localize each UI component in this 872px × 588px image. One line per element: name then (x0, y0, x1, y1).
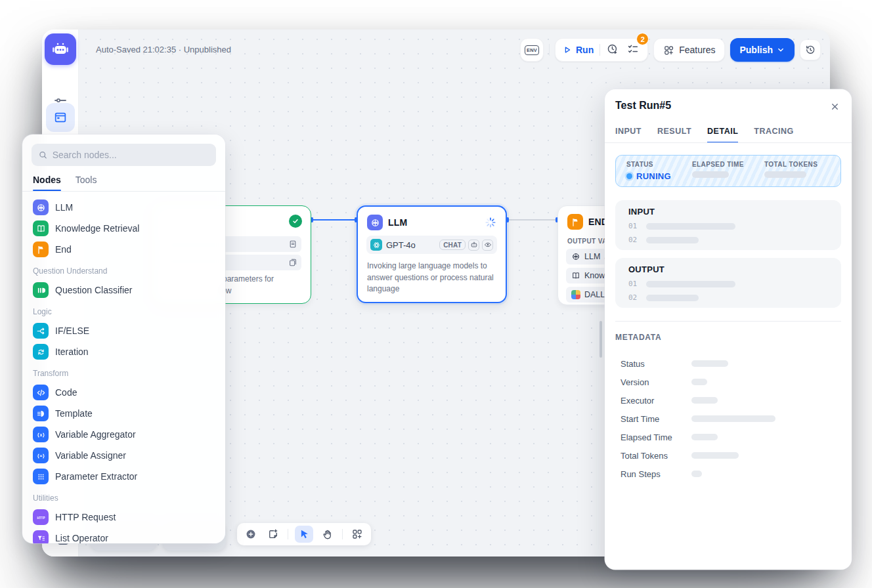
success-check-icon (289, 215, 302, 228)
node-item-icon (33, 427, 49, 442)
note-tool-button[interactable] (265, 526, 281, 542)
history-icon (804, 44, 816, 56)
metadata-label: Total Tokens (621, 451, 691, 461)
features-icon (663, 45, 674, 56)
node-item-question-classifier[interactable]: Question Classifier (32, 280, 216, 301)
workflow-nav-button[interactable] (46, 103, 75, 132)
node-item-list-operator[interactable]: List Operator (32, 528, 216, 543)
eye-icon (484, 241, 492, 249)
metadata-skeleton (691, 471, 702, 477)
checklist-button[interactable]: 2 (626, 43, 641, 57)
metadata-label: Elapsed Time (621, 432, 691, 442)
chat-mode-badge: CHAT (439, 240, 466, 250)
io-line: 01 (628, 280, 828, 288)
node-item-code[interactable]: Code (32, 382, 216, 403)
status-label: STATUS (626, 161, 671, 168)
close-icon (830, 102, 840, 112)
metadata-rows: Status Version Executor Start Time Elaps… (621, 354, 841, 483)
node-item-label: End (55, 244, 72, 255)
run-tab-detail[interactable]: DETAIL (707, 127, 738, 142)
robot-icon (51, 39, 70, 59)
organize-tool-button[interactable] (349, 526, 365, 542)
node-item-label: IF/ELSE (55, 326, 89, 336)
window-icon (53, 110, 68, 125)
search-input[interactable] (53, 150, 209, 160)
run-tab-input[interactable]: INPUT (615, 127, 642, 142)
node-panel-tabs: Nodes Tools (33, 175, 215, 191)
run-tab-tracing[interactable]: TRACING (754, 127, 793, 142)
node-item-end[interactable]: End (32, 239, 216, 260)
node-item-http-request[interactable]: HTTP Request (32, 507, 216, 528)
node-item-knowledge-retrieval[interactable]: Knowledge Retrieval (32, 218, 216, 239)
node-item-icon (33, 509, 49, 525)
node-item-iteration[interactable]: Iteration (32, 341, 216, 362)
edge-llm-to-end (508, 219, 557, 220)
node-item-icon (33, 220, 49, 236)
metadata-skeleton (691, 434, 718, 440)
run-button[interactable]: Run (562, 45, 594, 55)
tab-tools[interactable]: Tools (76, 175, 97, 191)
run-panel-tabs: INPUT RESULT DETAIL TRACING (615, 127, 841, 142)
line-skeleton (646, 223, 735, 230)
model-selector[interactable]: GPT-4o CHAT (366, 236, 497, 254)
io-line: 02 (628, 236, 828, 244)
chatbot-icon (470, 241, 478, 249)
model-name: GPT-4o (386, 240, 416, 250)
node-group-title: Transform (32, 362, 216, 382)
features-button[interactable]: Features (653, 38, 725, 62)
running-dot-icon (626, 173, 632, 179)
metadata-row: Status (621, 354, 841, 373)
app-logo[interactable] (45, 33, 76, 65)
metadata-label: Run Steps (621, 469, 691, 479)
llm-node[interactable]: LLM GPT-4o CHAT Invoking large language … (357, 205, 507, 303)
cursor-tool-button[interactable] (295, 526, 313, 543)
hand-tool-button[interactable] (320, 526, 336, 542)
metadata-skeleton (691, 397, 718, 404)
node-item-variable-aggregator[interactable]: Variable Aggregator (32, 424, 216, 445)
metadata-skeleton (691, 415, 775, 422)
run-history-button[interactable] (606, 43, 621, 57)
publish-button[interactable]: Publish (730, 38, 795, 62)
io-line: 02 (628, 293, 828, 302)
node-item-if-else[interactable]: IF/ELSE (32, 320, 216, 341)
plus-circle-tool-button[interactable] (243, 526, 259, 542)
node-item-llm[interactable]: LLM (32, 197, 216, 218)
tab-nodes[interactable]: Nodes (33, 175, 61, 191)
node-item-label: Variable Aggregator (55, 429, 136, 440)
close-button[interactable] (827, 98, 842, 114)
node-item-icon (33, 385, 49, 400)
variable-icon (571, 290, 580, 299)
elapsed-skeleton (692, 171, 729, 178)
status-card: STATUS RUNING ELAPSED TIME TOTAL TOKENS (615, 155, 841, 187)
total-tokens-label: TOTAL TOKENS (764, 161, 817, 168)
tabs-divider (605, 142, 852, 143)
node-item-parameter-extractor[interactable]: Parameter Extractor (32, 466, 216, 487)
tokens-skeleton (764, 171, 806, 178)
node-item-template[interactable]: Template (32, 403, 216, 424)
node-item-icon (33, 200, 49, 215)
toolbar-divider (342, 529, 343, 539)
chevron-down-icon (776, 45, 785, 54)
features-label: Features (679, 45, 715, 55)
node-item-icon (33, 242, 49, 257)
metadata-label: Executor (621, 396, 691, 406)
metadata-label: Version (621, 377, 691, 387)
node-item-icon (33, 448, 49, 463)
metadata-row: Executor (621, 391, 841, 410)
node-item-label: Parameter Extractor (55, 471, 137, 482)
run-tab-result[interactable]: RESULT (657, 127, 691, 142)
node-item-label: HTTP Request (55, 512, 116, 522)
vision-robot-badge (468, 240, 479, 251)
canvas-scrollbar[interactable] (600, 321, 602, 358)
node-item-label: Code (55, 387, 77, 398)
node-item-variable-assigner[interactable]: Variable Assigner (32, 445, 216, 466)
metadata-row: Version (621, 373, 841, 391)
search-box[interactable] (32, 144, 216, 166)
metadata-skeleton (691, 360, 728, 367)
env-button[interactable]: ENV (520, 38, 544, 62)
version-history-button[interactable] (800, 39, 821, 60)
metadata-row: Start Time (621, 410, 841, 428)
line-skeleton (646, 237, 699, 243)
start-node-description-line1: parameters for (223, 273, 274, 285)
llm-mini-icon (571, 252, 580, 261)
